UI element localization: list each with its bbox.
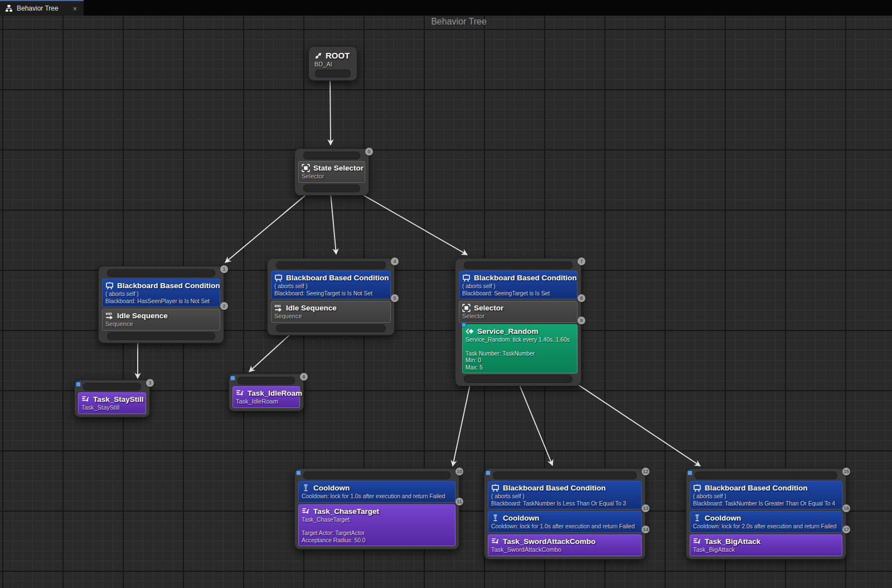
node-task-bigattack[interactable]: Blackboard Based Condition ( aborts self… bbox=[686, 468, 846, 560]
execution-index-badge: 4 bbox=[391, 257, 399, 265]
cooldown-section[interactable]: Cooldown Cooldown: lock for 2.0s after e… bbox=[690, 511, 842, 533]
decorator-aborts: ( aborts self ) bbox=[105, 290, 217, 298]
task-icon bbox=[236, 389, 244, 397]
task-title: Task_StayStill bbox=[93, 395, 144, 404]
execution-index-badge: 9 bbox=[578, 317, 585, 324]
node-task-idleroam[interactable]: Task_IdleRoam Task_IdleRoam 6 bbox=[229, 373, 304, 411]
node-title: Idle Sequence bbox=[117, 311, 168, 320]
task-subtitle: Task_StayStill bbox=[81, 404, 143, 411]
output-pin[interactable] bbox=[276, 324, 386, 332]
task-title: Task_IdleRoam bbox=[248, 388, 302, 398]
cooldown-title: Cooldown bbox=[503, 513, 539, 523]
cooldown-title: Cooldown bbox=[705, 513, 741, 523]
task-subtitle: Task_ChaseTarget: bbox=[302, 516, 452, 523]
composite-section[interactable]: Idle Sequence Sequence bbox=[102, 309, 220, 331]
input-pin[interactable] bbox=[276, 261, 386, 269]
cooldown-detail: Cooldown: lock for 2.0s after execution … bbox=[693, 523, 839, 530]
decorator-section[interactable]: Blackboard Based Condition ( aborts self… bbox=[271, 271, 391, 299]
blackboard-icon bbox=[274, 274, 283, 282]
execution-index-badge: 11 bbox=[455, 498, 463, 506]
node-condition-right[interactable]: Blackboard Based Condition ( aborts self… bbox=[455, 258, 581, 386]
wire-selector-to-left bbox=[225, 187, 315, 263]
input-pin[interactable] bbox=[464, 261, 573, 269]
decorator-section[interactable]: Blackboard Based Condition ( aborts self… bbox=[690, 481, 842, 509]
task-icon bbox=[81, 395, 90, 404]
task-section[interactable]: Task_SwordAttackCombo Task_SwordAttackCo… bbox=[488, 534, 642, 556]
cooldown-section[interactable]: Cooldown Cooldown: lock for 1.0s after e… bbox=[488, 511, 642, 533]
service-section[interactable]: Service_Random Service_Random: tick ever… bbox=[462, 324, 578, 373]
task-subtitle: Task_SwordAttackCombo bbox=[491, 546, 638, 553]
cooldown-section[interactable]: Cooldown Cooldown: lock for 1.0s after e… bbox=[298, 481, 455, 503]
input-pin[interactable] bbox=[107, 269, 215, 277]
composite-section[interactable]: Selector Selector bbox=[459, 301, 578, 323]
node-title: Idle Sequence bbox=[286, 303, 337, 313]
decorator-title: Blackboard Based Condition bbox=[705, 483, 808, 493]
output-pin[interactable] bbox=[315, 70, 351, 77]
decorator-aborts: ( aborts self ) bbox=[462, 283, 574, 290]
selector-icon bbox=[302, 164, 310, 172]
node-condition-mid[interactable]: Blackboard Based Condition ( aborts self… bbox=[267, 258, 395, 336]
task-section[interactable]: Task_IdleRoam Task_IdleRoam bbox=[232, 386, 300, 408]
node-task-chasetarget[interactable]: Cooldown Cooldown: lock for 1.0s after e… bbox=[294, 468, 459, 550]
composite-section[interactable]: Idle Sequence Sequence bbox=[271, 301, 391, 323]
input-pin[interactable] bbox=[237, 377, 295, 385]
output-pin[interactable] bbox=[303, 184, 360, 192]
blackboard-icon bbox=[491, 484, 500, 492]
execution-index-badge: 1 bbox=[220, 265, 228, 273]
input-pin[interactable] bbox=[695, 472, 837, 479]
decorator-section[interactable]: Blackboard Based Condition ( aborts self… bbox=[102, 279, 220, 307]
execution-index-badge: 14 bbox=[642, 526, 649, 533]
node-task-swordattackcombo[interactable]: Blackboard Based Condition ( aborts self… bbox=[484, 468, 646, 560]
node-title: State Selector bbox=[313, 163, 363, 173]
output-pin[interactable] bbox=[107, 332, 215, 340]
task-acceptance-radius: Acceptance Radius: 50.0 bbox=[302, 537, 452, 544]
decorator-aborts: ( aborts self ) bbox=[693, 493, 839, 500]
input-pin[interactable] bbox=[83, 383, 141, 391]
service-min: Min: 0 bbox=[466, 357, 574, 364]
blackboard-icon bbox=[693, 484, 701, 492]
task-section[interactable]: Task_BigAttack Task_BigAttack bbox=[690, 534, 842, 556]
wire-selector-to-mid bbox=[330, 187, 336, 254]
task-icon bbox=[302, 507, 310, 516]
task-target-actor: Target Actor: TargetActor bbox=[302, 529, 452, 537]
wire-right-to-big bbox=[559, 372, 700, 466]
task-icon bbox=[491, 537, 500, 546]
service-icon bbox=[466, 327, 474, 336]
decorator-condition: Blackboard: SeeingTarget is Is Not Set bbox=[274, 290, 387, 297]
decorator-condition: Blackboard: SeeingTarget is Is Set bbox=[462, 290, 574, 297]
breakpoint-dot bbox=[76, 382, 81, 387]
service-task-number: Task Number: TaskNumber bbox=[466, 350, 574, 357]
tab-bar: Behavior Tree × bbox=[0, 0, 892, 16]
node-state-selector[interactable]: State Selector Selector 0 bbox=[294, 148, 369, 196]
node-condition-left[interactable]: Blackboard Based Condition ( aborts self… bbox=[98, 266, 224, 343]
execution-index-badge: 16 bbox=[842, 504, 850, 512]
breakpoint-dot bbox=[296, 470, 301, 475]
tab-close-icon[interactable]: × bbox=[71, 5, 78, 12]
blackboard-icon bbox=[462, 274, 471, 282]
task-section[interactable]: Task_StayStill Task_StayStill bbox=[78, 392, 146, 414]
cooldown-detail: Cooldown: lock for 1.0s after execution … bbox=[302, 493, 452, 500]
composite-section[interactable]: State Selector Selector bbox=[298, 161, 365, 183]
task-section[interactable]: Task_ChaseTarget Task_ChaseTarget: Targe… bbox=[298, 504, 455, 547]
execution-index-badge: 13 bbox=[642, 504, 649, 512]
output-pin[interactable] bbox=[464, 375, 573, 383]
input-pin[interactable] bbox=[493, 472, 637, 479]
service-marker-dot bbox=[462, 323, 466, 327]
execution-index-badge: 17 bbox=[842, 526, 850, 533]
execution-index-badge: 8 bbox=[578, 294, 585, 302]
decorator-title: Blackboard Based Condition bbox=[503, 483, 606, 493]
node-root[interactable]: ROOT BD_AI bbox=[308, 46, 357, 81]
input-pin[interactable] bbox=[303, 152, 360, 159]
task-subtitle: Task_IdleRoam bbox=[236, 398, 297, 405]
task-subtitle: Task_BigAttack bbox=[693, 546, 839, 553]
tab-behavior-tree[interactable]: Behavior Tree × bbox=[0, 0, 84, 16]
decorator-section[interactable]: Blackboard Based Condition ( aborts self… bbox=[459, 271, 578, 299]
decorator-section[interactable]: Blackboard Based Condition ( aborts self… bbox=[488, 481, 642, 509]
decorator-title: Blackboard Based Condition bbox=[474, 273, 577, 283]
sequence-icon bbox=[274, 304, 283, 312]
node-task-staystill[interactable]: Task_StayStill Task_StayStill 3 bbox=[74, 380, 150, 417]
input-pin[interactable] bbox=[303, 472, 450, 479]
decorator-aborts: ( aborts self ) bbox=[491, 493, 638, 500]
breakpoint-dot bbox=[230, 376, 235, 381]
task-title: Task_BigAttack bbox=[705, 537, 760, 546]
